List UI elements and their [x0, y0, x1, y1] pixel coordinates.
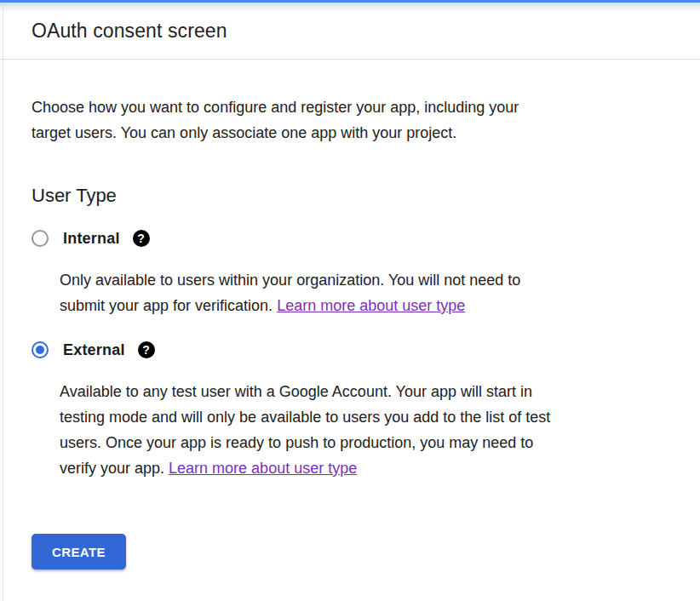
- help-icon[interactable]: ?: [138, 341, 155, 358]
- text-line: testing mode and will only be available …: [60, 404, 668, 430]
- external-radio-row[interactable]: External ?: [32, 338, 668, 362]
- internal-radio-label[interactable]: Internal: [63, 230, 120, 248]
- text-line: target users. You can only associate one…: [32, 120, 668, 146]
- text-line: Available to any test user with a Google…: [60, 379, 668, 404]
- learn-more-link[interactable]: Learn more about user type: [169, 460, 357, 477]
- text-segment: submit your app for verification.: [60, 297, 277, 314]
- internal-description: Only available to users within your orga…: [60, 267, 668, 318]
- external-description: Available to any test user with a Google…: [60, 379, 668, 481]
- content-area: Choose how you want to configure and reg…: [0, 94, 700, 570]
- option-internal: Internal ? Only available to users withi…: [32, 226, 668, 318]
- create-button[interactable]: CREATE: [32, 534, 126, 570]
- internal-radio-button[interactable]: [32, 230, 49, 247]
- external-radio-button[interactable]: [32, 341, 49, 358]
- user-type-heading: User Type: [32, 185, 668, 207]
- intro-text: Choose how you want to configure and reg…: [32, 94, 668, 146]
- page-header: OAuth consent screen: [0, 3, 700, 60]
- text-line: submit your app for verification. Learn …: [60, 293, 668, 318]
- text-line: Choose how you want to configure and reg…: [32, 94, 668, 120]
- help-icon[interactable]: ?: [133, 230, 150, 247]
- option-external: External ? Available to any test user wi…: [32, 338, 668, 481]
- text-line: users. Once your app is ready to push to…: [60, 430, 668, 455]
- text-segment: verify your app.: [60, 460, 169, 477]
- text-line: Only available to users within your orga…: [60, 267, 668, 293]
- external-radio-label[interactable]: External: [63, 341, 125, 359]
- page-title: OAuth consent screen: [32, 20, 668, 43]
- learn-more-link[interactable]: Learn more about user type: [277, 297, 465, 314]
- internal-radio-row[interactable]: Internal ?: [32, 226, 668, 250]
- text-line: verify your app. Learn more about user t…: [60, 455, 668, 481]
